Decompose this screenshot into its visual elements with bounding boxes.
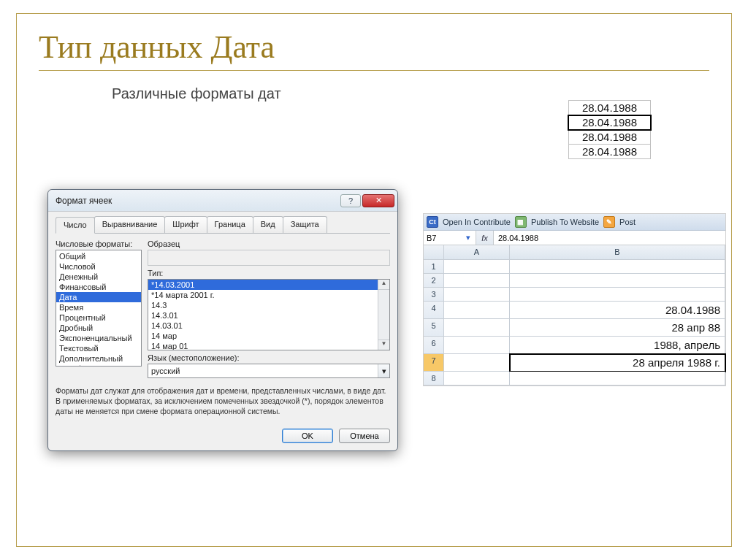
tab-alignment[interactable]: Выравнивание — [94, 216, 166, 233]
scroll-down-icon[interactable]: ▼ — [378, 340, 389, 350]
cell[interactable]: 28 апр 88 — [510, 319, 725, 337]
cell[interactable] — [510, 288, 725, 302]
category-item[interactable]: Текстовый — [56, 343, 141, 353]
type-listbox[interactable]: *14.03.2001 *14 марта 2001 г. 14.3 14.3.… — [148, 279, 390, 350]
category-item[interactable]: Дополнительный — [56, 353, 141, 364]
type-item[interactable]: 14 мар — [148, 331, 389, 341]
row-header[interactable]: 6 — [424, 337, 444, 354]
locale-value: русский — [148, 367, 378, 375]
tab-number[interactable]: Число — [56, 217, 95, 234]
name-box[interactable]: B7 ▾ — [424, 231, 476, 245]
type-item[interactable]: 14.03.01 — [148, 321, 389, 331]
cell[interactable] — [444, 372, 510, 386]
cell[interactable] — [444, 337, 510, 354]
cell[interactable] — [444, 274, 510, 288]
category-item[interactable]: Числовой — [56, 261, 141, 272]
cell[interactable] — [510, 372, 725, 386]
ok-button[interactable]: OK — [282, 429, 333, 443]
toolbar-post[interactable]: Post — [619, 218, 636, 226]
cell[interactable] — [444, 260, 510, 274]
category-item-selected[interactable]: Дата — [56, 292, 141, 302]
mini-cell[interactable]: 28.04.1988 — [568, 101, 650, 115]
type-scrollbar[interactable]: ▲ ▼ — [378, 280, 389, 350]
category-item[interactable]: Процентный — [56, 312, 141, 323]
mini-cell-selected[interactable]: 28.04.1988 — [568, 115, 650, 130]
type-item-selected[interactable]: *14.03.2001 — [148, 280, 389, 290]
row-header[interactable]: 3 — [424, 288, 444, 302]
col-header-b[interactable]: B — [510, 245, 725, 260]
toolbar-open-contribute[interactable]: Open In Contribute — [443, 218, 511, 226]
row-header[interactable]: 8 — [424, 372, 444, 386]
category-item[interactable]: Денежный — [56, 272, 141, 282]
tab-font[interactable]: Шрифт — [164, 216, 207, 233]
mini-cell[interactable]: 28.04.1988 — [568, 145, 650, 159]
sample-label: Образец — [148, 239, 390, 248]
type-item[interactable]: *14 марта 2001 г. — [148, 290, 389, 300]
chevron-down-icon[interactable]: ▾ — [378, 364, 389, 377]
scroll-up-icon[interactable]: ▲ — [378, 280, 389, 290]
category-item[interactable]: (все форматы) — [56, 364, 141, 367]
spreadsheet-view: Ct Open In Contribute ▦ Publish To Websi… — [423, 213, 726, 386]
fx-icon[interactable]: fx — [476, 231, 494, 245]
title-underline — [39, 70, 709, 71]
cell-selected[interactable]: 28 апреля 1988 г. — [510, 354, 725, 372]
category-item[interactable]: Экспоненциальный — [56, 333, 141, 343]
format-cells-dialog: Формат ячеек ? ✕ Число Выравнивание Шриф… — [47, 189, 398, 451]
cancel-button[interactable]: Отмена — [339, 429, 390, 443]
cell[interactable]: 1988, апрель — [510, 337, 725, 354]
cell[interactable] — [510, 274, 725, 288]
contribute-icon[interactable]: Ct — [427, 216, 438, 228]
sheet-grid: A B 1 2 3 4 28.04.1988 5 28 апр 88 6 198… — [424, 245, 725, 386]
category-item[interactable]: Дробный — [56, 323, 141, 333]
formula-bar[interactable]: 28.04.1988 — [494, 231, 725, 245]
cell[interactable] — [444, 302, 510, 319]
type-label: Тип: — [148, 269, 390, 277]
category-item[interactable]: Финансовый — [56, 282, 141, 292]
tab-protection[interactable]: Защита — [283, 216, 327, 233]
cell[interactable] — [444, 319, 510, 337]
row-header-selected[interactable]: 7 — [424, 354, 444, 372]
category-listbox[interactable]: Общий Числовой Денежный Финансовый Дата … — [56, 250, 142, 367]
category-item[interactable]: Общий — [56, 251, 141, 261]
dialog-title: Формат ячеек — [56, 196, 112, 206]
chevron-down-icon[interactable]: ▾ — [464, 233, 473, 242]
toolbar-publish[interactable]: Publish To Website — [531, 218, 599, 226]
type-item[interactable]: 14.3.01 — [148, 310, 389, 321]
dialog-help-text: Форматы дат служат для отображения дат и… — [56, 386, 390, 417]
sample-box — [148, 250, 390, 266]
row-header[interactable]: 5 — [424, 319, 444, 337]
col-header-a[interactable]: A — [444, 245, 510, 260]
cell[interactable] — [444, 354, 510, 372]
select-all-corner[interactable] — [424, 245, 444, 260]
locale-label: Язык (местоположение): — [148, 353, 390, 362]
categories-label: Числовые форматы: — [56, 239, 142, 248]
cell[interactable] — [510, 260, 725, 274]
type-item[interactable]: 14.3 — [148, 300, 389, 310]
tab-border[interactable]: Граница — [207, 216, 253, 233]
row-header[interactable]: 1 — [424, 260, 444, 274]
mini-cell[interactable]: 28.04.1988 — [568, 130, 650, 145]
cell[interactable] — [444, 288, 510, 302]
post-icon[interactable]: ✎ — [603, 216, 615, 228]
category-item[interactable]: Время — [56, 302, 141, 312]
mini-date-table: 28.04.1988 28.04.1988 28.04.1988 28.04.1… — [568, 100, 651, 159]
slide-title: Тип данных Дата — [39, 28, 709, 66]
row-header[interactable]: 2 — [424, 274, 444, 288]
cell[interactable]: 28.04.1988 — [510, 302, 725, 319]
dialog-tabs: Число Выравнивание Шрифт Граница Вид Защ… — [56, 216, 390, 234]
excel-toolbar: Ct Open In Contribute ▦ Publish To Websi… — [424, 214, 725, 231]
close-button[interactable]: ✕ — [362, 194, 394, 207]
type-item[interactable]: 14 мар 01 — [148, 341, 389, 350]
help-button[interactable]: ? — [340, 194, 361, 207]
name-box-value: B7 — [427, 234, 436, 242]
publish-icon[interactable]: ▦ — [515, 216, 527, 228]
tab-fill[interactable]: Вид — [253, 216, 283, 233]
locale-combo[interactable]: русский ▾ — [148, 364, 390, 378]
row-header[interactable]: 4 — [424, 302, 444, 319]
